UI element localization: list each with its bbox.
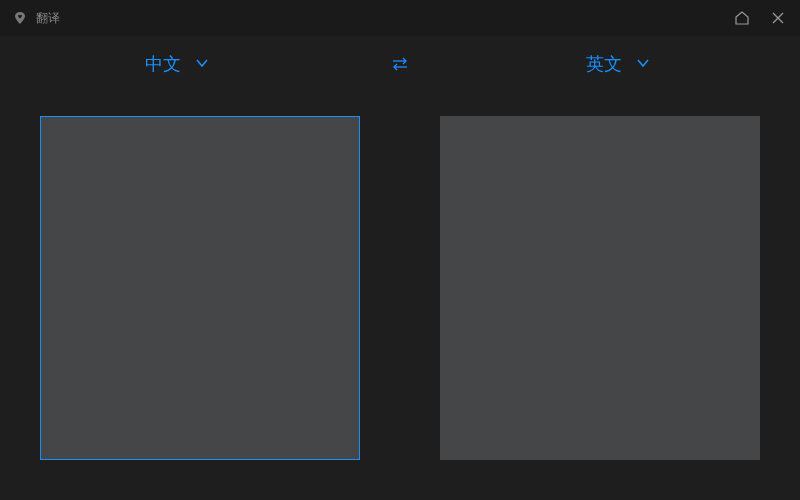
target-language-selector[interactable]: 英文 (586, 52, 650, 76)
chevron-down-icon (636, 54, 650, 75)
target-text-panel (440, 116, 760, 460)
titlebar: 翻译 (0, 0, 800, 36)
source-text-panel[interactable] (40, 116, 360, 460)
close-button[interactable] (768, 8, 788, 28)
titlebar-left: 翻译 (12, 10, 60, 27)
source-language-label: 中文 (145, 52, 181, 76)
titlebar-right (732, 8, 788, 28)
source-language-selector[interactable]: 中文 (145, 52, 209, 76)
target-language-label: 英文 (586, 52, 622, 76)
app-title: 翻译 (36, 10, 60, 27)
chevron-down-icon (195, 54, 209, 75)
swap-languages-button[interactable] (390, 56, 410, 72)
app-icon (12, 10, 28, 26)
content-area (0, 92, 800, 500)
language-bar: 中文 英文 (0, 36, 800, 92)
home-button[interactable] (732, 8, 752, 28)
